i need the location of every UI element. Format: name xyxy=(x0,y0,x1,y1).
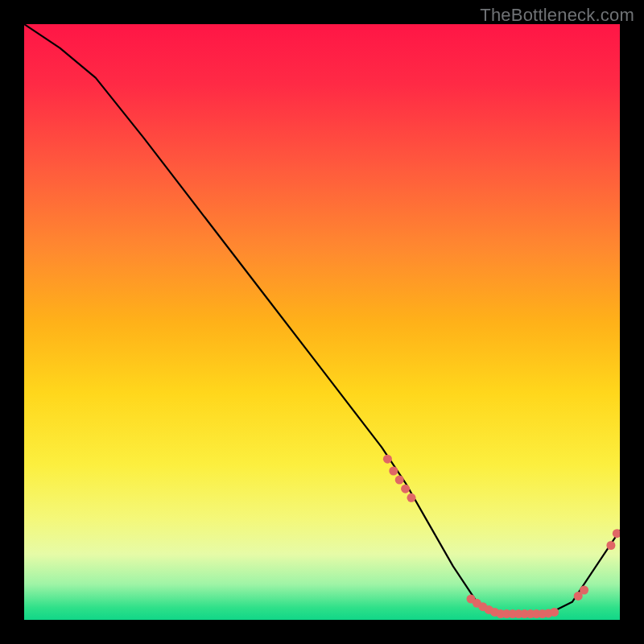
data-point xyxy=(613,529,620,538)
data-point xyxy=(407,493,416,502)
bottleneck-curve-line xyxy=(24,24,620,614)
chart-frame: TheBottleneck.com xyxy=(0,0,644,644)
data-point xyxy=(606,541,615,550)
plot-area xyxy=(24,24,620,620)
chart-svg xyxy=(24,24,620,620)
highlighted-points-group xyxy=(383,455,620,618)
data-point xyxy=(401,485,410,493)
data-point xyxy=(395,476,404,485)
data-point xyxy=(383,455,392,464)
data-point xyxy=(389,467,398,476)
data-point xyxy=(580,586,588,595)
data-point xyxy=(550,608,559,617)
watermark-text: TheBottleneck.com xyxy=(480,5,634,26)
